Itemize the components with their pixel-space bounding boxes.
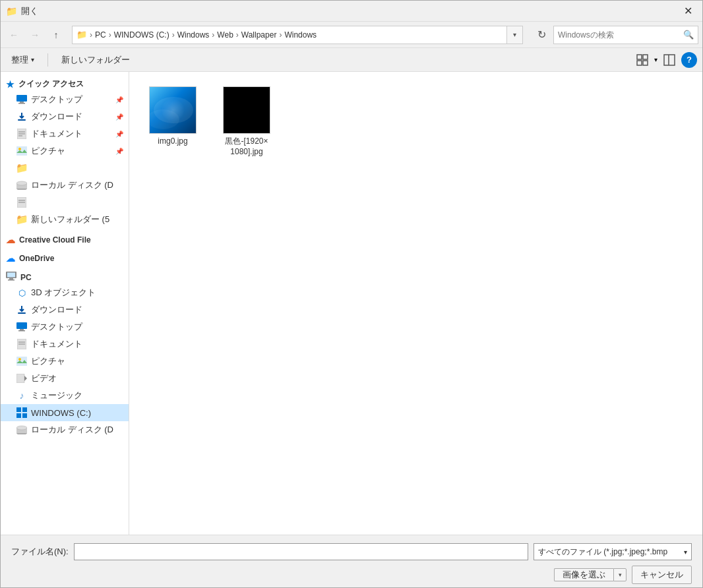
desktop-icon	[16, 94, 27, 105]
search-input[interactable]	[558, 30, 681, 40]
new-folder-button[interactable]: 新しいフォルダー	[56, 51, 135, 69]
open-button[interactable]: 画像を選ぶ	[554, 568, 613, 581]
onedrive-section: ☁ OneDrive	[1, 249, 129, 265]
sidebar-item-desktop-pc[interactable]: デスクトップ	[1, 318, 129, 336]
file-thumb-black	[223, 86, 270, 134]
breadcrumb-wallpaper[interactable]: Wallpaper	[241, 30, 277, 40]
onedrive-label: OneDrive	[19, 254, 54, 263]
open-dropdown-button[interactable]: ▾	[613, 568, 627, 581]
breadcrumb-pc[interactable]: PC	[95, 30, 106, 40]
svg-rect-1	[643, 55, 648, 59]
toolbar: 整理 ▾ 新しいフォルダー ▾ ?	[1, 48, 702, 72]
desktop-quick-label: デスクトップ	[31, 94, 82, 105]
breadcrumb-separator-1: ›	[109, 30, 111, 40]
buttons-row: 画像を選ぶ ▾ キャンセル	[11, 566, 692, 584]
pc-section: PC	[1, 268, 129, 284]
breadcrumb-separator-2: ›	[172, 30, 175, 40]
view-grid-button[interactable]	[633, 51, 652, 69]
pc-label: PC	[20, 273, 32, 282]
sidebar-item-documents-quick[interactable]: ドキュメント 📌	[1, 125, 129, 142]
breadcrumb-separator-5: ›	[279, 30, 282, 40]
breadcrumb-bar: 📁 › PC › WINDOWS (C:) › Windows › Web › …	[72, 26, 507, 44]
breadcrumb-windows-c[interactable]: WINDOWS (C:)	[114, 30, 169, 40]
filename-input[interactable]	[74, 543, 528, 560]
pictures-pc-icon	[16, 356, 27, 367]
sidebar-item-3d[interactable]: ⬡ 3D オブジェクト	[1, 284, 129, 301]
sidebar-item-documents-pc[interactable]: ドキュメント	[1, 336, 129, 353]
bottom-bar: ファイル名(N): すべてのファイル (*.jpg;*.jpeg;*.bmp ▾…	[1, 535, 702, 587]
video-label: ビデオ	[31, 372, 57, 384]
documents-pc-icon	[16, 339, 27, 349]
sidebar-item-pictures-quick[interactable]: ピクチャ 📌	[1, 142, 129, 160]
sidebar-item-docs-small[interactable]	[1, 194, 129, 211]
filetype-dropdown[interactable]: すべてのファイル (*.jpg;*.jpeg;*.bmp ▾	[534, 543, 692, 560]
sidebar-item-video[interactable]: ビデオ	[1, 370, 129, 387]
breadcrumb-web[interactable]: Web	[217, 30, 233, 40]
svg-rect-2	[637, 61, 642, 65]
breadcrumb-separator-4: ›	[236, 30, 239, 40]
open-button-group: 画像を選ぶ ▾	[554, 568, 627, 581]
local-disk-icon	[16, 180, 27, 191]
folder-icon: 📁	[6, 6, 17, 16]
new-folder-5-icon: 📁	[16, 214, 27, 225]
titlebar-left: 📁 開く	[6, 5, 38, 17]
svg-rect-23	[7, 273, 15, 278]
sidebar-item-pictures-pc[interactable]: ピクチャ	[1, 353, 129, 370]
main-area: ★ クイック アクセス デスクトップ 📌 ダウンロード 📌	[1, 72, 702, 535]
svg-rect-24	[9, 278, 13, 279]
up-button[interactable]: ↑	[47, 26, 65, 44]
pictures-pc-label: ピクチャ	[31, 355, 65, 367]
breadcrumb-windows[interactable]: Windows	[177, 30, 210, 40]
breadcrumb-windows-sub[interactable]: Windows	[284, 30, 317, 40]
svg-rect-40	[22, 413, 27, 418]
sidebar-item-download-pc[interactable]: ダウンロード	[1, 301, 129, 318]
download-pc-label: ダウンロード	[31, 304, 82, 316]
breadcrumb-separator-0: ›	[90, 30, 92, 40]
local-disk-d-icon	[16, 425, 27, 435]
sidebar-item-music[interactable]: ♪ ミュージック	[1, 387, 129, 404]
organize-button[interactable]: 整理 ▾	[6, 51, 40, 69]
svg-marker-36	[24, 376, 27, 381]
close-button[interactable]: ✕	[679, 2, 697, 20]
back-button[interactable]: ←	[5, 26, 23, 44]
svg-rect-35	[16, 374, 24, 383]
svg-rect-3	[643, 61, 648, 65]
documents-pc-label: ドキュメント	[31, 338, 82, 350]
pin-icon-documents: 📌	[115, 131, 123, 138]
breadcrumb-folder-icon: 📁	[76, 30, 87, 40]
sidebar-item-download-quick[interactable]: ダウンロード 📌	[1, 108, 129, 125]
svg-rect-39	[16, 413, 21, 418]
breadcrumb-dropdown-button[interactable]: ▾	[507, 26, 523, 44]
download-pc-icon	[16, 305, 27, 315]
sidebar-item-local-disk[interactable]: ローカル ディスク (D	[1, 177, 129, 194]
svg-point-18	[16, 181, 27, 185]
pc-icon	[6, 272, 16, 283]
3d-label: 3D オブジェクト	[31, 287, 96, 299]
refresh-button[interactable]: ↻	[532, 26, 551, 44]
file-item-img0[interactable]: img0.jpg	[140, 82, 206, 161]
filename-row: ファイル名(N): すべてのファイル (*.jpg;*.jpeg;*.bmp ▾	[11, 543, 692, 560]
search-box: 🔍	[553, 26, 698, 44]
pin-icon-download: 📌	[115, 113, 123, 121]
svg-rect-4	[664, 55, 675, 65]
forward-button[interactable]: →	[26, 26, 44, 44]
cancel-button[interactable]: キャンセル	[632, 566, 692, 584]
sidebar-item-desktop-quick[interactable]: デスクトップ 📌	[1, 91, 129, 108]
docs-small-icon	[16, 197, 27, 208]
pane-toggle-button[interactable]	[660, 51, 679, 69]
view-dropdown-icon[interactable]: ▾	[654, 56, 657, 63]
filetype-dropdown-icon: ▾	[684, 548, 687, 556]
download-icon	[16, 111, 27, 122]
svg-rect-37	[16, 407, 21, 412]
win10-wallpaper-svg	[150, 86, 196, 134]
sidebar-item-folder-yellow-1[interactable]: 📁	[1, 160, 129, 177]
svg-rect-0	[637, 55, 642, 59]
sidebar-item-new-folder-5[interactable]: 📁 新しいフォルダー (5	[1, 211, 129, 228]
toolbar-right: ▾ ?	[633, 51, 697, 69]
documents-icon	[16, 129, 27, 139]
sidebar-item-windows-c[interactable]: WINDOWS (C:)	[1, 404, 129, 421]
help-button[interactable]: ?	[681, 52, 697, 68]
file-area: img0.jpg 黒色-[1920× 1080].jpg	[129, 72, 702, 535]
file-item-black[interactable]: 黒色-[1920× 1080].jpg	[214, 82, 280, 161]
sidebar-item-local-disk-d[interactable]: ローカル ディスク (D	[1, 421, 129, 438]
